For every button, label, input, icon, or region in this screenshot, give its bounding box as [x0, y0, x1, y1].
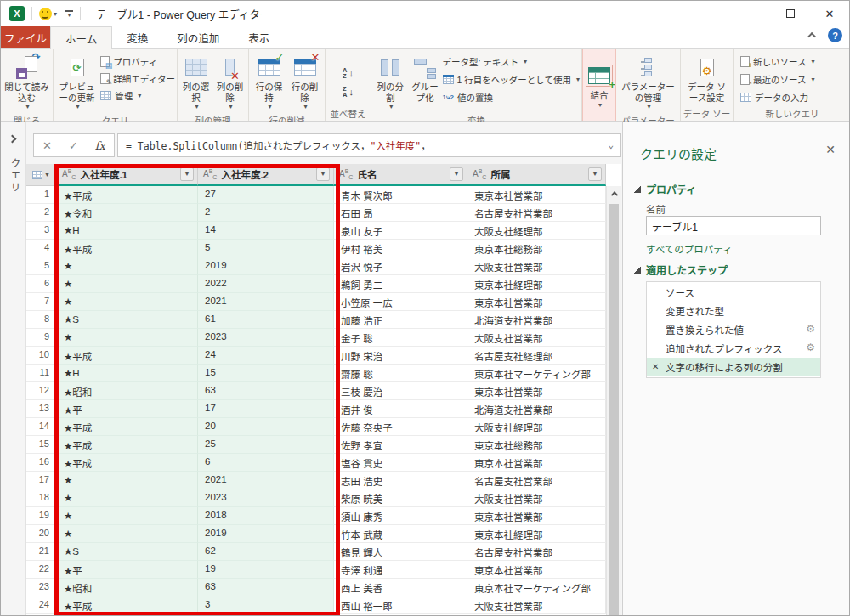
row-number[interactable]: 16: [26, 454, 57, 472]
row-number[interactable]: 15: [26, 436, 57, 454]
choose-columns-button[interactable]: 列の選択▾: [180, 53, 212, 113]
row-number[interactable]: 7: [26, 293, 57, 311]
cell[interactable]: 東京本社総務部: [468, 240, 606, 257]
sort-ascending-button[interactable]: AZ↓: [343, 66, 354, 80]
cell[interactable]: ★: [57, 257, 198, 275]
cell[interactable]: ★昭和: [57, 579, 198, 596]
cell[interactable]: ★: [57, 507, 198, 525]
cell[interactable]: 加藤 浩正: [334, 311, 468, 329]
cell[interactable]: 伊村 裕美: [334, 240, 468, 257]
gear-icon[interactable]: ⚙: [806, 323, 815, 335]
column-header[interactable]: ABC氏名▼: [334, 164, 468, 186]
vertical-scrollbar[interactable]: [606, 186, 621, 616]
cell[interactable]: 泉山 友子: [334, 222, 468, 240]
remove-rows-button[interactable]: ✕ 行の削除▾: [288, 53, 322, 113]
recent-sources-button[interactable]: ◔ 最近のソース▾: [740, 72, 815, 87]
name-input[interactable]: テーブル1: [646, 216, 821, 235]
cell[interactable]: 24: [198, 347, 334, 365]
cell[interactable]: 大阪支社営業部: [468, 596, 606, 614]
cell[interactable]: 2021: [198, 293, 334, 311]
row-number[interactable]: 19: [26, 507, 57, 525]
row-number[interactable]: 4: [26, 240, 57, 257]
cell[interactable]: 東京本社マーケティング部: [468, 365, 606, 382]
formula-input[interactable]: = Table.SplitColumn(追加されたプレフィックス，"入社年度"，…: [117, 133, 621, 157]
cell[interactable]: 名古屋支社営業部: [468, 472, 606, 489]
cell[interactable]: 6: [198, 454, 334, 472]
filter-button[interactable]: ▼: [588, 167, 602, 181]
row-number[interactable]: 8: [26, 311, 57, 329]
cell[interactable]: 竹本 武蔵: [334, 525, 468, 543]
row-number[interactable]: 20: [26, 525, 57, 543]
split-column-button[interactable]: 列の分割▾: [373, 53, 408, 113]
cell[interactable]: 須山 康秀: [334, 507, 468, 525]
cell[interactable]: ★: [57, 275, 198, 293]
cell[interactable]: 齋藤 聡: [334, 365, 468, 382]
cell[interactable]: ★: [57, 489, 198, 507]
cell[interactable]: 名古屋支社営業部: [468, 543, 606, 561]
cell[interactable]: 5: [198, 240, 334, 257]
cell[interactable]: 63: [198, 382, 334, 400]
all-properties-link[interactable]: すべてのプロパティ: [646, 242, 733, 256]
cell[interactable]: 酒井 俊一: [334, 400, 468, 418]
row-number[interactable]: 3: [26, 222, 57, 240]
cell[interactable]: ★: [57, 293, 198, 311]
row-number[interactable]: 18: [26, 489, 57, 507]
excel-app-icon[interactable]: X: [9, 6, 25, 21]
cell[interactable]: 63: [198, 579, 334, 596]
cell[interactable]: 2023: [198, 489, 334, 507]
close-and-load-button[interactable]: ↷ 閉じて読み込む▾: [3, 53, 51, 113]
cell[interactable]: 大阪支社営業部: [468, 489, 606, 507]
row-number[interactable]: 23: [26, 579, 57, 596]
cell[interactable]: 2019: [198, 525, 334, 543]
cell[interactable]: 2018: [198, 507, 334, 525]
row-number[interactable]: 22: [26, 561, 57, 579]
applied-step[interactable]: 追加されたプレフィックス⚙: [647, 339, 820, 358]
cell[interactable]: 14: [198, 222, 334, 240]
cell[interactable]: ★: [57, 472, 198, 489]
cell[interactable]: 2022: [198, 275, 334, 293]
formula-dropdown-icon[interactable]: ⌄: [608, 139, 614, 150]
row-number[interactable]: 11: [26, 365, 57, 382]
new-source-button[interactable]: + 新しいソース▾: [740, 54, 815, 69]
cell[interactable]: 東京本社営業部: [468, 561, 606, 579]
cell[interactable]: 鶴見 輝人: [334, 543, 468, 561]
cell[interactable]: ★S: [57, 543, 198, 561]
smiley-icon[interactable]: [39, 8, 52, 20]
enter-data-button[interactable]: データの入力: [740, 90, 815, 105]
cell[interactable]: ★S: [57, 311, 198, 329]
cell[interactable]: ★平成: [57, 418, 198, 436]
combine-button[interactable]: + 結合▾: [585, 61, 614, 110]
cell[interactable]: 石田 昂: [334, 204, 468, 222]
cell[interactable]: 2: [198, 204, 334, 222]
applied-step[interactable]: 置き換えられた値⚙: [647, 320, 820, 339]
cell[interactable]: ★平: [57, 400, 198, 418]
cell[interactable]: ★平成: [57, 186, 198, 204]
cell[interactable]: ★平成: [57, 240, 198, 257]
row-number[interactable]: 6: [26, 275, 57, 293]
sort-descending-button[interactable]: ZA↓: [343, 85, 354, 99]
cell[interactable]: 3: [198, 596, 334, 614]
cell[interactable]: ★昭和: [57, 382, 198, 400]
row-number[interactable]: 13: [26, 400, 57, 418]
row-number[interactable]: 21: [26, 543, 57, 561]
help-button[interactable]: ?: [828, 28, 842, 42]
tab-file[interactable]: ファイル: [1, 26, 50, 48]
row-number[interactable]: 9: [26, 329, 57, 347]
cell[interactable]: ★平成: [57, 347, 198, 365]
cell[interactable]: 大阪支社経理部: [468, 222, 606, 240]
cell[interactable]: 東京本社総務部: [468, 436, 606, 454]
data-type-button[interactable]: データ型: テキスト▾: [443, 54, 580, 69]
scroll-thumb[interactable]: [609, 204, 619, 615]
properties-button[interactable]: ▤ プロパティ: [100, 54, 175, 69]
minimize-button[interactable]: [732, 1, 771, 26]
row-number[interactable]: 14: [26, 418, 57, 436]
close-panel-icon[interactable]: ✕: [825, 143, 836, 156]
cell[interactable]: 62: [198, 543, 334, 561]
row-number[interactable]: 17: [26, 472, 57, 489]
cell[interactable]: 金子 聡: [334, 329, 468, 347]
cell[interactable]: ★H: [57, 222, 198, 240]
cell[interactable]: 寺澤 利通: [334, 561, 468, 579]
column-header[interactable]: ABC入社年度.1▼: [57, 164, 198, 186]
cell[interactable]: 東京本社営業部: [468, 382, 606, 400]
cell[interactable]: ★: [57, 525, 198, 543]
